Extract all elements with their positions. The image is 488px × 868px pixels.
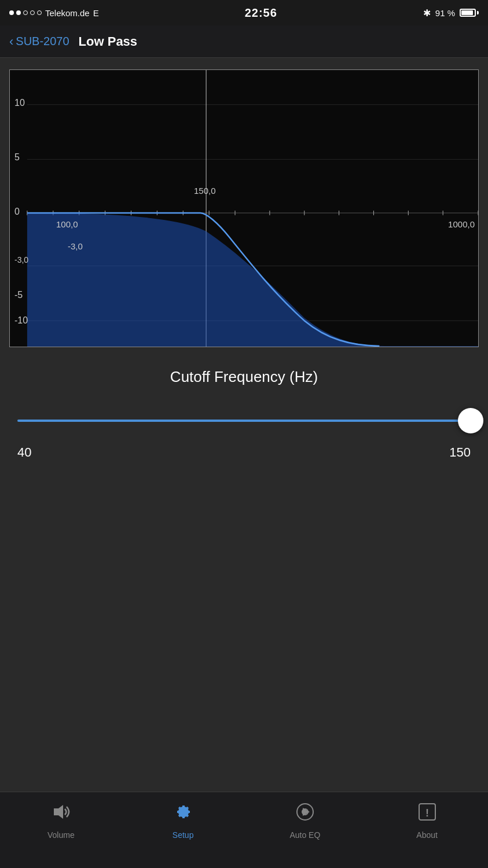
signal-dot-5 bbox=[37, 10, 42, 15]
signal-dot-4 bbox=[30, 10, 35, 15]
tab-about-label: About bbox=[416, 830, 438, 840]
x-label-100: 100,0 bbox=[56, 219, 78, 229]
page-title: Low Pass bbox=[79, 34, 137, 49]
slider-values: 40 150 bbox=[17, 445, 471, 460]
bluetooth-icon: ✱ bbox=[423, 8, 431, 19]
signal-dot-1 bbox=[9, 10, 14, 15]
x-label-neg3: -3,0 bbox=[68, 241, 83, 251]
x-label-150: 150,0 bbox=[194, 186, 216, 196]
nav-bar: ‹ SUB-2070 Low Pass bbox=[0, 25, 488, 58]
slider-min-value: 40 bbox=[17, 445, 31, 460]
graph-inner: 10 5 0 -3,0 -5 -10 100,0 150,0 1000,0 -3… bbox=[10, 70, 478, 347]
signal-dot-2 bbox=[16, 10, 21, 15]
tab-auto-eq[interactable]: Auto EQ bbox=[244, 801, 366, 840]
setup-icon bbox=[173, 801, 193, 827]
slider-container[interactable] bbox=[17, 403, 471, 438]
y-label-10: 10 bbox=[14, 98, 25, 108]
tab-volume-label: Volume bbox=[47, 830, 75, 840]
y-label-5: 5 bbox=[14, 152, 20, 163]
y-label-0: 0 bbox=[14, 207, 20, 217]
svg-text:!: ! bbox=[425, 807, 429, 819]
tab-volume[interactable]: Volume bbox=[0, 801, 122, 840]
battery-fill bbox=[461, 10, 473, 15]
controls-section: Cutoff Frequency (Hz) 40 150 bbox=[0, 356, 488, 472]
tab-auto-eq-label: Auto EQ bbox=[289, 830, 320, 840]
time-label: 22:56 bbox=[245, 6, 277, 20]
frequency-graph: 10 5 0 -3,0 -5 -10 100,0 150,0 1000,0 -3… bbox=[9, 69, 479, 347]
y-label-neg5: -5 bbox=[14, 290, 23, 300]
y-label-neg10: -10 bbox=[14, 315, 28, 326]
network-label: E bbox=[93, 8, 99, 18]
about-icon: ! bbox=[417, 801, 438, 827]
control-label: Cutoff Frequency (Hz) bbox=[17, 368, 471, 386]
status-bar: Telekom.de E 22:56 ✱ 91 % bbox=[0, 0, 488, 25]
auto-eq-icon bbox=[295, 801, 315, 827]
battery-icon bbox=[460, 9, 479, 17]
tab-bar: Volume Setup Auto EQ ! About bbox=[0, 792, 488, 868]
status-right: ✱ 91 % bbox=[423, 8, 479, 19]
slider-track[interactable] bbox=[17, 420, 471, 422]
battery-tip bbox=[477, 11, 479, 14]
back-label: SUB-2070 bbox=[16, 35, 69, 48]
battery-body bbox=[460, 9, 476, 17]
tab-setup-label: Setup bbox=[173, 830, 194, 840]
slider-max-value: 150 bbox=[449, 445, 471, 460]
status-left: Telekom.de E bbox=[9, 8, 99, 18]
volume-icon bbox=[50, 801, 71, 827]
back-chevron-icon: ‹ bbox=[9, 35, 13, 48]
carrier-label: Telekom.de bbox=[45, 8, 90, 18]
battery-label: 91 % bbox=[435, 8, 455, 18]
slider-thumb[interactable] bbox=[458, 408, 483, 433]
svg-marker-22 bbox=[54, 805, 63, 819]
tab-about[interactable]: ! About bbox=[366, 801, 488, 840]
x-label-1000: 1000,0 bbox=[448, 219, 475, 229]
tab-setup[interactable]: Setup bbox=[122, 801, 244, 840]
graph-svg bbox=[10, 70, 478, 347]
signal-dots bbox=[9, 10, 42, 15]
signal-dot-3 bbox=[23, 10, 28, 15]
back-button[interactable]: ‹ SUB-2070 bbox=[9, 35, 69, 48]
y-label-neg3: -3,0 bbox=[14, 255, 28, 264]
